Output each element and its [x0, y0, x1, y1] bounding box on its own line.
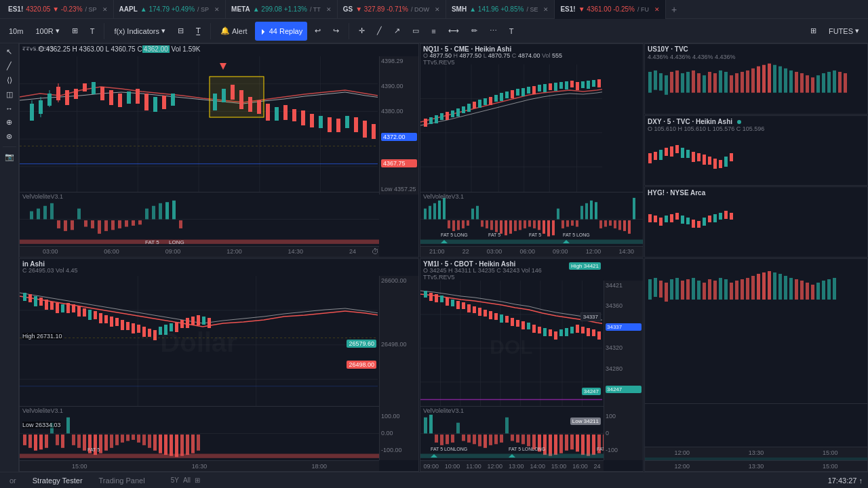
measure-tool[interactable]: ↔ — [4, 103, 14, 114]
svg-rect-276 — [126, 322, 130, 330]
add-tab-btn[interactable]: + — [666, 4, 682, 15]
svg-rect-344 — [435, 294, 438, 302]
measure-btn[interactable]: ⟷ — [443, 22, 464, 41]
trendline-btn[interactable]: ╱ — [372, 22, 387, 41]
fib-tool[interactable]: ⟨⟩ — [5, 75, 14, 86]
more-tools-btn[interactable]: ⋯ — [485, 22, 502, 41]
futes-btn[interactable]: FUTES ▾ — [824, 22, 864, 41]
settings-btn[interactable]: T — [85, 22, 100, 41]
svg-rect-443 — [713, 281, 717, 300]
tab-close[interactable]: ✕ — [102, 6, 108, 13]
svg-text:DOL: DOL — [490, 335, 532, 357]
svg-rect-50 — [372, 124, 376, 139]
period-all[interactable]: All — [183, 476, 191, 484]
svg-rect-326 — [186, 434, 189, 455]
svg-rect-148 — [505, 220, 507, 235]
svg-rect-120 — [581, 81, 585, 88]
svg-rect-239 — [665, 216, 668, 222]
tab-gs[interactable]: GS ▼ 327.89 -0.71% / DOW ✕ — [338, 0, 446, 19]
tab-close[interactable]: ✕ — [214, 6, 220, 13]
chart-type-btn[interactable]: ⊞ — [67, 22, 83, 41]
magnet-tool[interactable]: ⊛ — [5, 131, 14, 142]
svg-rect-462 — [816, 283, 820, 300]
pattern-tool[interactable]: ◫ — [5, 89, 14, 100]
bottom-tab-strategy[interactable]: Strategy Tester — [28, 475, 87, 486]
svg-rect-277 — [132, 323, 135, 333]
time-label: 12:00 — [226, 248, 242, 255]
tab-meta[interactable]: META ▲ 299.08 +1.13% / TT ✕ — [226, 0, 338, 19]
bars-btn[interactable]: 100R ▾ — [31, 22, 64, 41]
period-5y[interactable]: 5Y — [171, 476, 179, 484]
svg-rect-315 — [126, 434, 130, 441]
timeframe-btn[interactable]: 10m — [4, 22, 28, 41]
replay-btn[interactable]: ⏵ 44 Replay — [255, 22, 308, 41]
current-price-tag: 4372.00 — [381, 133, 417, 141]
svg-text:FAT 5: FAT 5 — [488, 232, 500, 237]
time-label: 11:00 — [466, 463, 481, 470]
alert-btn[interactable]: 🔔 Alert — [216, 22, 252, 41]
tab-sym: ES1! — [560, 5, 575, 13]
svg-rect-195 — [713, 73, 717, 93]
time-label: 15:00 — [823, 449, 838, 456]
hyg-svg — [645, 201, 867, 258]
brush-btn[interactable]: ✏ — [467, 22, 482, 41]
svg-rect-140 — [467, 220, 469, 226]
multiscreen-btn[interactable]: ⊞ — [806, 22, 821, 41]
undo-btn[interactable]: ↩ — [310, 22, 326, 41]
cursor-tool[interactable]: ↖ — [5, 46, 14, 58]
svg-rect-448 — [741, 279, 744, 300]
bottom-tab-trading[interactable]: Trading Panel — [95, 475, 149, 486]
indicators-btn[interactable]: f(x) Indicators ▾ — [109, 22, 170, 41]
ym1i-ohlc: O 34245 H 34311 L 34235 C 34243 Vol 146 — [423, 267, 542, 274]
svg-rect-134 — [438, 200, 441, 219]
svg-rect-371 — [581, 327, 585, 333]
layout-btn[interactable]: ⊟ — [173, 22, 189, 41]
time-label: 18:00 — [311, 463, 327, 470]
price-axis-es1i: 4398.29 4390.00 4380.00 4372.00 4367.75 … — [379, 56, 418, 195]
svg-rect-281 — [153, 330, 157, 340]
svg-rect-152 — [524, 220, 526, 228]
text-btn[interactable]: T — [505, 22, 519, 41]
price-label: 34280 — [606, 365, 642, 372]
svg-rect-305 — [72, 434, 75, 445]
svg-rect-19 — [83, 83, 87, 92]
ray-btn[interactable]: ↗ — [389, 22, 405, 41]
bottom-tab-log[interactable]: or — [5, 475, 20, 486]
tab-es1i-1[interactable]: ES1! 4320.05 ▼ -0.23% / SP ✕ — [3, 0, 114, 19]
svg-rect-146 — [495, 220, 498, 232]
svg-rect-309 — [94, 434, 97, 455]
tab-close[interactable]: ✕ — [435, 6, 440, 13]
chart-grid: • • • • O 4362.25 H 4363.00 L 4360.75 C4… — [19, 43, 868, 472]
svg-rect-413 — [576, 434, 579, 451]
svg-rect-365 — [549, 329, 552, 336]
screenshot-tool[interactable]: 📷 — [3, 151, 16, 163]
measure-icon: ⟷ — [448, 26, 459, 35]
tab-aapl[interactable]: AAPL ▲ 174.79 +0.49% / SP ✕ — [114, 0, 226, 19]
tab-smh[interactable]: SMH ▲ 141.96 +0.85% / SE ✕ — [446, 0, 555, 19]
svg-rect-29 — [171, 94, 175, 106]
rect-btn[interactable]: ▭ — [408, 22, 424, 41]
time-label: 16:30 — [192, 463, 208, 470]
dj-indicator: VelVoleliteV3.1 — [20, 406, 379, 460]
svg-rect-404 — [527, 434, 530, 446]
svg-rect-299 — [39, 434, 43, 449]
tab-close[interactable]: ✕ — [654, 6, 660, 13]
chevron-down-icon: ▾ — [855, 26, 859, 35]
zoom-tool[interactable]: ⊕ — [5, 117, 14, 128]
template-btn[interactable]: T̲ — [191, 22, 205, 41]
svg-rect-234 — [724, 157, 728, 167]
redo-btn[interactable]: ↪ — [328, 22, 344, 41]
crosshair-btn[interactable]: ✛ — [354, 22, 370, 41]
period-icon[interactable]: ⊞ — [195, 476, 200, 484]
tab-close[interactable]: ✕ — [543, 6, 549, 13]
svg-rect-460 — [806, 283, 809, 300]
time-label: 13:30 — [749, 463, 764, 470]
line-tool[interactable]: ╱ — [5, 60, 13, 72]
chevron-down-icon: ▾ — [161, 26, 165, 35]
tab-es1i-2[interactable]: ES1! ▼ 4361.00 -0.25% / FU ✕ — [555, 0, 666, 19]
tab-exchange: / SP — [197, 6, 209, 13]
indicators-label: Indicators — [127, 27, 159, 35]
tab-close[interactable]: ✕ — [326, 6, 332, 13]
fib-btn[interactable]: ≡ — [427, 22, 440, 41]
hyg-header: HYG! · NYSE Arca — [648, 188, 705, 197]
